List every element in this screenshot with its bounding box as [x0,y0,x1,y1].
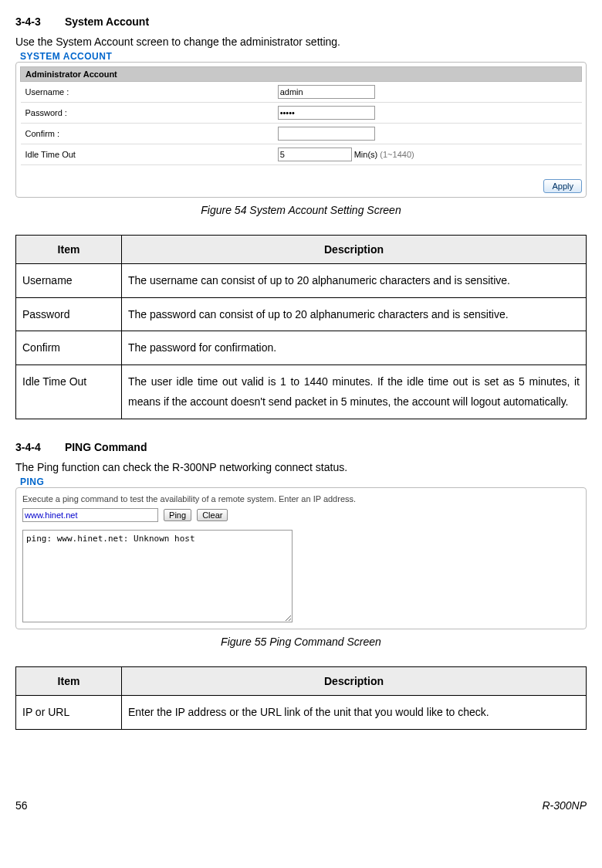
section-intro-343: Use the System Account screen to change … [15,36,587,48]
desc-cell: The username can consist of up to 20 alp… [122,264,587,298]
figure-54-caption: Figure 54 System Account Setting Screen [15,204,587,216]
apply-button[interactable]: Apply [543,179,582,193]
clear-button[interactable]: Clear [197,509,228,521]
username-label: Username : [21,82,273,103]
desc-cell: Enter the IP address or the URL link of … [122,695,587,729]
section-title: System Account [65,15,149,28]
password-input[interactable] [278,106,375,120]
section-title: PING Command [65,441,147,453]
idle-range: (1~1440) [380,150,414,159]
item-cell: Username [16,264,122,298]
ping-host-input[interactable] [22,508,158,522]
table-header-item: Item [16,666,122,695]
item-cell: IP or URL [16,695,122,729]
section-number: 3-4-3 [15,15,62,28]
system-account-panel-title: SYSTEM ACCOUNT [20,51,587,62]
idle-unit: Min(s) [354,150,378,159]
ping-button[interactable]: Ping [164,509,191,521]
item-cell: Password [16,297,122,331]
table-row: Confirm The password for confirmation. [16,331,587,365]
ping-desc-table: Item Description IP or URL Enter the IP … [15,666,587,730]
table-header-item: Item [16,236,122,264]
footer-model: R-300NP [542,799,587,812]
desc-cell: The user idle time out valid is 1 to 144… [122,364,587,419]
idle-input[interactable] [278,147,352,161]
page-footer: 56 R-300NP [15,799,587,812]
figure-55-caption: Figure 55 Ping Command Screen [15,636,587,648]
item-cell: Confirm [16,331,122,365]
table-header-desc: Description [122,666,587,695]
username-input[interactable] [278,85,375,99]
section-heading-344: 3-4-4 PING Command [15,441,587,453]
confirm-input[interactable] [278,127,375,141]
item-cell: Idle Time Out [16,364,122,419]
ping-panel-title: PING [20,476,587,487]
admin-account-header: Administrator Account [21,67,582,82]
password-label: Password : [21,103,273,124]
system-account-desc-table: Item Description Username The username c… [15,235,587,419]
table-row: Password The password can consist of up … [16,297,587,331]
desc-cell: The password can consist of up to 20 alp… [122,297,587,331]
table-row: IP or URL Enter the IP address or the UR… [16,695,587,729]
table-row: Idle Time Out The user idle time out val… [16,364,587,419]
section-number: 3-4-4 [15,441,62,453]
idle-label: Idle Time Out [21,144,273,165]
section-intro-344: The Ping function can check the R-300NP … [15,461,587,473]
admin-account-table: Administrator Account Username : Passwor… [20,66,582,165]
section-heading-343: 3-4-3 System Account [15,15,587,28]
desc-cell: The password for confirmation. [122,331,587,365]
table-header-desc: Description [122,236,587,264]
system-account-panel: Administrator Account Username : Passwor… [15,62,587,198]
ping-instruction: Execute a ping command to test the avail… [22,494,580,504]
ping-output: ping: www.hinet.net: Unknown host [22,530,293,622]
table-row: Username The username can consist of up … [16,264,587,298]
confirm-label: Confirm : [21,124,273,144]
ping-panel: Execute a ping command to test the avail… [15,487,587,629]
page-number: 56 [15,799,28,812]
